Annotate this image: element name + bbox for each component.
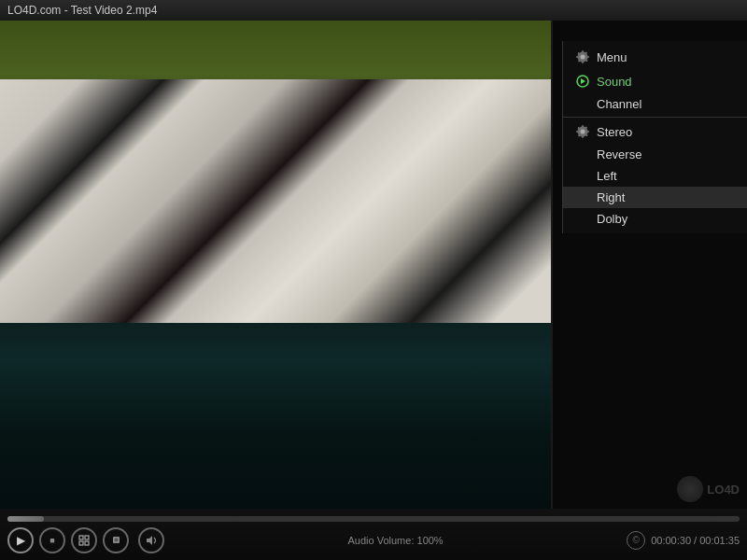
menu-label-sound: Sound [597,75,632,89]
svg-rect-5 [85,536,89,539]
svg-point-9 [114,539,118,542]
menu-label-menu: Menu [597,50,627,64]
watermark-text: LO4D [707,483,740,497]
gear-icon [574,49,591,65]
menu-item-reverse[interactable]: Reverse [563,144,747,165]
menu-item-dolby[interactable]: Dolby [563,208,747,230]
speaker-button[interactable] [138,527,164,553]
fullscreen-icon [78,535,90,546]
watermark: LO4D [677,476,740,502]
copyright-button[interactable]: © [627,531,645,550]
menu-item-channel[interactable]: Channel [563,93,747,115]
dropdown-menu: Menu Sound Channel S [562,41,747,233]
watermark-logo [677,476,703,502]
title-bar: LO4D.com - Test Video 2.mp4 [0,0,747,21]
speaker-icon [145,534,158,547]
menu-label-dolby: Dolby [597,212,627,226]
svg-marker-2 [581,78,585,84]
menu-separator [563,117,747,118]
svg-rect-7 [85,541,89,545]
water-layer [0,323,551,509]
menu-label-left: Left [597,169,617,183]
svg-marker-10 [147,536,152,545]
menu-item-left[interactable]: Left [563,165,747,187]
svg-rect-4 [79,536,83,539]
record-button[interactable] [103,527,129,553]
menu-item-right[interactable]: Right [563,187,747,208]
record-icon [111,535,121,545]
time-display: 00:00:30 / 00:01:35 [651,535,740,546]
stop-icon: ■ [49,536,54,545]
play-icon: ▶ [17,534,25,547]
progress-bar[interactable] [7,516,740,522]
stereo-gear-icon [574,123,591,140]
video-area: Menu Sound Channel S [0,21,747,509]
menu-label-stereo: Stereo [597,125,632,139]
svg-rect-6 [79,541,83,545]
menu-label-reverse: Reverse [597,147,641,161]
copyright-icon: © [633,535,640,545]
menu-item-stereo[interactable]: Stereo [563,119,747,144]
fullscreen-button[interactable] [71,527,97,553]
sound-icon [574,73,591,90]
menu-item-sound[interactable]: Sound [563,69,747,93]
menu-item-menu[interactable]: Menu [563,45,747,69]
controls-bar: ▶ ■ Audio Volume: 100% [0,509,747,560]
cliff-layer [0,79,551,348]
stop-button[interactable]: ■ [39,527,65,553]
window-title: LO4D.com - Test Video 2.mp4 [7,4,157,17]
menu-label-right: Right [597,190,625,204]
progress-fill [7,516,44,522]
play-button[interactable]: ▶ [7,527,34,553]
controls-row: ▶ ■ Audio Volume: 100% [0,527,747,553]
menu-label-channel: Channel [597,97,641,111]
volume-label: Audio Volume: 100% [170,535,621,546]
